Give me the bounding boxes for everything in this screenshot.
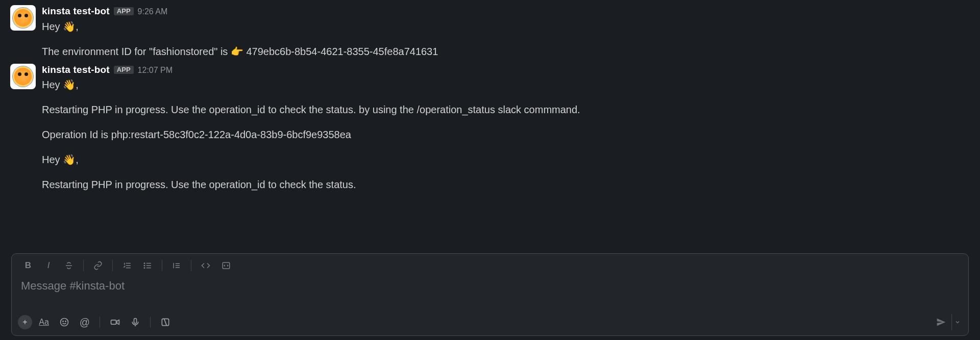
text: , — [76, 154, 79, 165]
composer: B I — [11, 253, 969, 336]
svg-rect-19 — [134, 319, 137, 324]
message-line: Restarting PHP in progress. Use the oper… — [42, 177, 980, 193]
code-button[interactable] — [197, 258, 215, 273]
svg-line-22 — [164, 319, 167, 325]
send-area — [931, 314, 963, 330]
italic-button[interactable]: I — [39, 258, 58, 273]
point-right-emoji: 👉 — [231, 44, 243, 60]
bold-button[interactable]: B — [19, 258, 37, 273]
toolbar-divider — [83, 260, 84, 271]
app-badge: APP — [114, 7, 134, 15]
message-list: kinsta test-bot APP 9:26 AM Hey 👋, The e… — [0, 0, 980, 195]
shortcuts-button[interactable] — [157, 315, 174, 330]
link-button[interactable] — [89, 258, 107, 273]
toolbar-divider — [162, 260, 162, 271]
video-button[interactable] — [106, 315, 124, 330]
svg-marker-18 — [117, 320, 119, 324]
timestamp[interactable]: 9:26 AM — [138, 7, 168, 17]
audio-button[interactable] — [127, 315, 144, 330]
composer-box: B I — [11, 253, 969, 336]
message: kinsta test-bot APP 12:07 PM Hey 👋, Rest… — [10, 62, 980, 195]
composer-placeholder: Message #kinsta-bot — [21, 279, 125, 292]
formatting-toggle-button[interactable]: Aa — [35, 315, 53, 330]
toolbar-divider — [191, 260, 191, 271]
mention-button[interactable]: @ — [76, 315, 93, 330]
blockquote-button[interactable] — [167, 258, 186, 273]
text: 479ebc6b-8b54-4621-8355-45fe8a741631 — [243, 46, 438, 57]
svg-point-14 — [61, 319, 68, 326]
message-line: Restarting PHP in progress. Use the oper… — [42, 102, 980, 118]
wave-emoji: 👋 — [63, 77, 76, 93]
author-name[interactable]: kinsta test-bot — [42, 64, 110, 76]
svg-rect-17 — [111, 320, 116, 324]
toolbar-divider — [150, 317, 151, 328]
strikethrough-button[interactable] — [60, 258, 78, 273]
format-toolbar: B I — [12, 254, 968, 276]
send-options-button[interactable] — [951, 314, 963, 330]
message-line: Operation Id is php:restart-58c3f0c2-122… — [42, 127, 980, 143]
author-name[interactable]: kinsta test-bot — [42, 5, 110, 18]
svg-point-7 — [144, 265, 145, 266]
text: , — [76, 21, 79, 32]
send-button[interactable] — [931, 314, 951, 330]
message-body: kinsta test-bot APP 12:07 PM Hey 👋, Rest… — [42, 64, 980, 193]
avatar[interactable] — [10, 64, 36, 89]
timestamp[interactable]: 12:07 PM — [138, 65, 173, 76]
toolbar-divider — [112, 260, 113, 271]
composer-input[interactable]: Message #kinsta-bot — [12, 276, 968, 311]
message-line: Hey 👋, — [42, 19, 980, 35]
message-line: The environment ID for "fashionstored" i… — [42, 44, 980, 60]
svg-point-16 — [65, 321, 66, 322]
message: kinsta test-bot APP 9:26 AM Hey 👋, The e… — [10, 3, 980, 62]
text: Hey — [42, 79, 63, 90]
wave-emoji: 👋 — [63, 19, 76, 35]
text: The environment ID for "fashionstored" i… — [42, 46, 231, 57]
composer-actions: + Aa @ — [12, 311, 968, 335]
app-badge: APP — [114, 66, 134, 74]
wave-emoji: 👋 — [63, 152, 76, 168]
toolbar-divider — [100, 317, 100, 328]
message-line: Hey 👋, — [42, 77, 980, 93]
svg-point-6 — [144, 263, 145, 264]
message-line: Hey 👋, — [42, 152, 980, 168]
text: Hey — [42, 154, 63, 165]
message-body: kinsta test-bot APP 9:26 AM Hey 👋, The e… — [42, 5, 980, 60]
message-header: kinsta test-bot APP 12:07 PM — [42, 64, 980, 76]
ordered-list-button[interactable] — [118, 258, 136, 273]
svg-point-8 — [144, 268, 145, 269]
svg-point-15 — [63, 321, 63, 322]
avatar[interactable] — [10, 5, 36, 31]
text: Hey — [42, 21, 63, 32]
code-block-button[interactable] — [217, 258, 235, 273]
bulleted-list-button[interactable] — [138, 258, 157, 273]
attach-button[interactable]: + — [18, 315, 32, 329]
message-header: kinsta test-bot APP 9:26 AM — [42, 5, 980, 18]
text: , — [76, 79, 79, 90]
emoji-button[interactable] — [56, 315, 73, 330]
